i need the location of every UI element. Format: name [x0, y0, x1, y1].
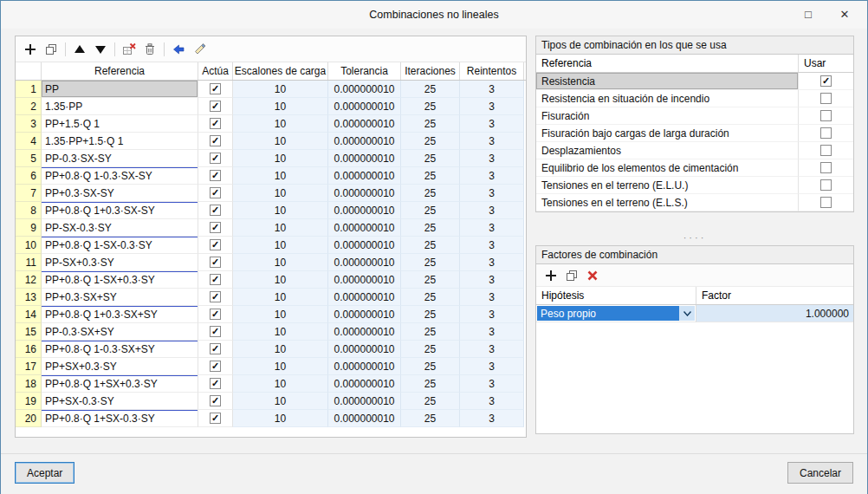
reference-cell[interactable]: 1.35·PP: [42, 98, 198, 115]
tipo-label[interactable]: Resistencia en situación de incendio: [536, 90, 798, 107]
actua-checkbox[interactable]: ✓: [210, 343, 221, 354]
tipo-label[interactable]: Fisuración: [536, 107, 798, 125]
tolerancia-cell[interactable]: 0.000000010: [328, 202, 401, 219]
iteraciones-cell[interactable]: 25: [401, 323, 460, 341]
tolerancia-cell[interactable]: 0.000000010: [328, 375, 401, 393]
reintentos-cell[interactable]: 3: [460, 271, 524, 289]
actua-checkbox[interactable]: ✓: [210, 222, 221, 233]
reintentos-cell[interactable]: 3: [460, 375, 524, 393]
escalones-cell[interactable]: 10: [233, 306, 328, 323]
escalones-cell[interactable]: 10: [233, 202, 328, 219]
escalones-cell[interactable]: 10: [233, 219, 328, 237]
reference-cell[interactable]: PP+0.8·Q 1+SX+0.3·SY: [42, 375, 198, 393]
escalones-cell[interactable]: 10: [233, 237, 328, 254]
reference-cell[interactable]: PP+0.3·SX-SY: [42, 185, 198, 202]
delete-factor-button[interactable]: [583, 266, 602, 285]
actua-checkbox[interactable]: ✓: [210, 205, 221, 216]
reintentos-cell[interactable]: 3: [460, 115, 524, 133]
actua-checkbox[interactable]: ✓: [210, 239, 221, 250]
reintentos-cell[interactable]: 3: [460, 167, 524, 185]
tipo-label[interactable]: Fisuración bajo cargas de larga duración: [536, 125, 798, 142]
reintentos-cell[interactable]: 3: [460, 341, 524, 358]
escalones-cell[interactable]: 10: [233, 115, 328, 133]
escalones-cell[interactable]: 10: [233, 271, 328, 289]
escalones-cell[interactable]: 10: [233, 289, 328, 306]
tipo-label[interactable]: Equilibrio de los elementos de cimentaci…: [536, 159, 798, 177]
iteraciones-cell[interactable]: 25: [401, 167, 460, 185]
reference-cell[interactable]: PP+0.3·SX+SY: [42, 289, 198, 306]
escalones-cell[interactable]: 10: [233, 323, 328, 341]
reintentos-cell[interactable]: 3: [460, 133, 524, 150]
panel-splitter[interactable]: ····: [535, 231, 854, 244]
format-painter-button[interactable]: [190, 40, 209, 59]
usar-checkbox[interactable]: [820, 110, 832, 121]
tolerancia-cell[interactable]: 0.000000010: [328, 271, 401, 289]
escalones-cell[interactable]: 10: [233, 393, 328, 410]
usar-checkbox[interactable]: [820, 197, 832, 208]
actua-checkbox[interactable]: ✓: [210, 378, 221, 389]
tipo-label[interactable]: Resistencia: [536, 73, 798, 90]
actua-checkbox[interactable]: ✓: [210, 395, 221, 406]
actua-checkbox[interactable]: ✓: [210, 413, 221, 424]
tolerancia-cell[interactable]: 0.000000010: [328, 289, 401, 306]
reference-cell[interactable]: PP-0.3·SX+SY: [42, 323, 198, 341]
reintentos-cell[interactable]: 3: [460, 410, 524, 427]
tolerancia-cell[interactable]: 0.000000010: [328, 254, 401, 271]
tolerancia-cell[interactable]: 0.000000010: [328, 341, 401, 358]
tolerancia-cell[interactable]: 0.000000010: [328, 323, 401, 341]
hipotesis-dropdown[interactable]: Peso propio: [537, 306, 695, 321]
escalones-cell[interactable]: 10: [233, 133, 328, 150]
reintentos-cell[interactable]: 3: [460, 150, 524, 167]
reintentos-cell[interactable]: 3: [460, 202, 524, 219]
actua-checkbox[interactable]: ✓: [210, 153, 221, 164]
actua-checkbox[interactable]: ✓: [210, 361, 221, 372]
reference-cell[interactable]: PP-0.3·SX-SY: [42, 150, 198, 167]
reintentos-cell[interactable]: 3: [460, 358, 524, 375]
tolerancia-cell[interactable]: 0.000000010: [328, 150, 401, 167]
iteraciones-cell[interactable]: 25: [401, 410, 460, 427]
actua-checkbox[interactable]: ✓: [210, 170, 221, 181]
escalones-cell[interactable]: 10: [233, 167, 328, 185]
iteraciones-cell[interactable]: 25: [401, 81, 460, 98]
escalones-cell[interactable]: 10: [233, 358, 328, 375]
actua-checkbox[interactable]: ✓: [210, 118, 221, 129]
reference-cell[interactable]: PP+0.8·Q 1-SX-0.3·SY: [42, 237, 198, 254]
reintentos-cell[interactable]: 3: [460, 219, 524, 237]
iteraciones-cell[interactable]: 25: [401, 341, 460, 358]
iteraciones-cell[interactable]: 25: [401, 271, 460, 289]
reference-cell[interactable]: PP-SX+0.3·SY: [42, 254, 198, 271]
reintentos-cell[interactable]: 3: [460, 254, 524, 271]
duplicate-factor-button[interactable]: [562, 266, 581, 285]
reintentos-cell[interactable]: 3: [460, 98, 524, 115]
reference-cell[interactable]: PP+0.8·Q 1+0.3·SX+SY: [42, 306, 198, 323]
actua-checkbox[interactable]: ✓: [210, 101, 221, 112]
escalones-cell[interactable]: 10: [233, 254, 328, 271]
iteraciones-cell[interactable]: 25: [401, 219, 460, 237]
escalones-cell[interactable]: 10: [233, 375, 328, 393]
actua-checkbox[interactable]: ✓: [210, 83, 221, 94]
iteraciones-cell[interactable]: 25: [401, 393, 460, 410]
tolerancia-cell[interactable]: 0.000000010: [328, 115, 401, 133]
usar-checkbox[interactable]: [820, 127, 832, 139]
tolerancia-cell[interactable]: 0.000000010: [328, 133, 401, 150]
reference-cell[interactable]: PP+SX-0.3·SY: [42, 393, 198, 410]
actua-checkbox[interactable]: ✓: [210, 274, 221, 285]
close-button[interactable]: ✕: [827, 1, 862, 27]
usar-checkbox[interactable]: [820, 93, 832, 104]
tipo-label[interactable]: Desplazamientos: [536, 142, 798, 159]
usar-checkbox[interactable]: [820, 145, 832, 156]
actua-checkbox[interactable]: ✓: [210, 309, 221, 320]
tolerancia-cell[interactable]: 0.000000010: [328, 358, 401, 375]
iteraciones-cell[interactable]: 25: [401, 115, 460, 133]
iteraciones-cell[interactable]: 25: [401, 375, 460, 393]
usar-checkbox[interactable]: [820, 162, 832, 173]
undo-button[interactable]: [169, 40, 188, 59]
escalones-cell[interactable]: 10: [233, 81, 328, 98]
tolerancia-cell[interactable]: 0.000000010: [328, 410, 401, 427]
cancel-button[interactable]: Cancelar: [787, 462, 853, 484]
tolerancia-cell[interactable]: 0.000000010: [328, 393, 401, 410]
reference-cell[interactable]: PP+1.5·Q 1: [42, 115, 198, 133]
iteraciones-cell[interactable]: 25: [401, 150, 460, 167]
add-factor-button[interactable]: [541, 266, 560, 285]
escalones-cell[interactable]: 10: [233, 98, 328, 115]
